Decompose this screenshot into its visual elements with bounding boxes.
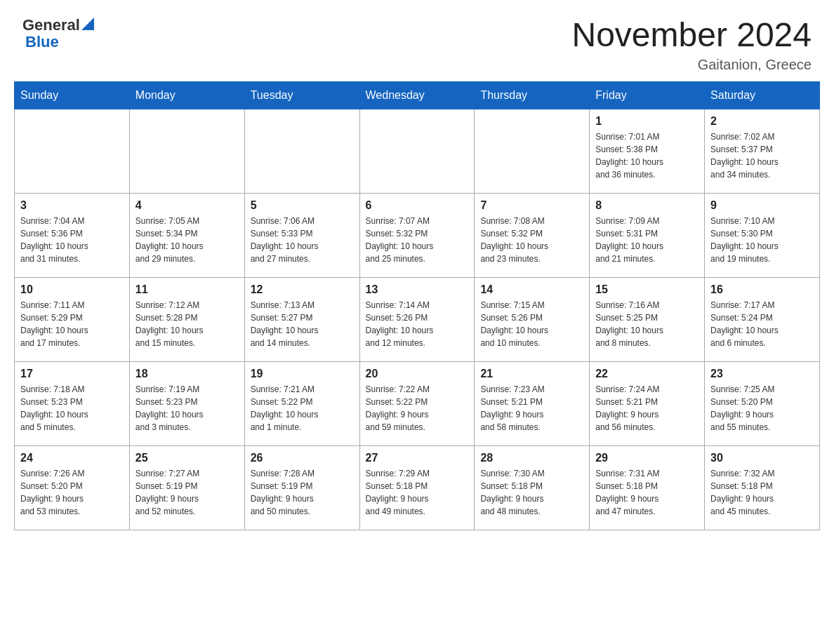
week-row-4: 24Sunrise: 7:26 AM Sunset: 5:20 PM Dayli… bbox=[15, 445, 820, 530]
week-row-2: 10Sunrise: 7:11 AM Sunset: 5:29 PM Dayli… bbox=[15, 277, 820, 361]
calendar-cell bbox=[129, 109, 244, 193]
calendar-cell: 14Sunrise: 7:15 AM Sunset: 5:26 PM Dayli… bbox=[475, 277, 590, 361]
day-number: 20 bbox=[366, 368, 469, 380]
day-info: Sunrise: 7:01 AM Sunset: 5:38 PM Dayligh… bbox=[595, 130, 699, 181]
day-info: Sunrise: 7:13 AM Sunset: 5:27 PM Dayligh… bbox=[251, 299, 354, 349]
calendar-cell: 12Sunrise: 7:13 AM Sunset: 5:27 PM Dayli… bbox=[244, 277, 359, 361]
day-number: 1 bbox=[595, 115, 699, 128]
day-info: Sunrise: 7:08 AM Sunset: 5:32 PM Dayligh… bbox=[480, 215, 583, 265]
day-number: 25 bbox=[135, 452, 239, 464]
day-number: 17 bbox=[20, 368, 124, 380]
calendar-cell: 30Sunrise: 7:32 AM Sunset: 5:18 PM Dayli… bbox=[705, 445, 820, 530]
month-year-title: November 2024 bbox=[571, 17, 812, 54]
day-number: 18 bbox=[135, 368, 239, 380]
calendar-cell bbox=[475, 109, 590, 193]
day-info: Sunrise: 7:28 AM Sunset: 5:19 PM Dayligh… bbox=[251, 467, 354, 518]
day-number: 7 bbox=[480, 199, 583, 212]
day-info: Sunrise: 7:02 AM Sunset: 5:37 PM Dayligh… bbox=[710, 130, 814, 181]
weekday-header-saturday: Saturday bbox=[705, 81, 820, 109]
location-subtitle: Gaitanion, Greece bbox=[571, 57, 812, 73]
calendar-cell: 23Sunrise: 7:25 AM Sunset: 5:20 PM Dayli… bbox=[705, 361, 820, 445]
svg-marker-0 bbox=[81, 18, 94, 30]
calendar-cell: 4Sunrise: 7:05 AM Sunset: 5:34 PM Daylig… bbox=[129, 193, 244, 277]
day-number: 27 bbox=[366, 452, 469, 464]
calendar-cell: 8Sunrise: 7:09 AM Sunset: 5:31 PM Daylig… bbox=[590, 193, 705, 277]
weekday-header-row: SundayMondayTuesdayWednesdayThursdayFrid… bbox=[15, 81, 820, 109]
day-info: Sunrise: 7:12 AM Sunset: 5:28 PM Dayligh… bbox=[135, 299, 239, 349]
day-info: Sunrise: 7:07 AM Sunset: 5:32 PM Dayligh… bbox=[366, 215, 469, 265]
calendar-cell: 7Sunrise: 7:08 AM Sunset: 5:32 PM Daylig… bbox=[475, 193, 590, 277]
day-info: Sunrise: 7:32 AM Sunset: 5:18 PM Dayligh… bbox=[710, 467, 814, 518]
day-info: Sunrise: 7:18 AM Sunset: 5:23 PM Dayligh… bbox=[20, 383, 124, 434]
weekday-header-friday: Friday bbox=[590, 81, 705, 109]
day-info: Sunrise: 7:04 AM Sunset: 5:36 PM Dayligh… bbox=[20, 215, 124, 265]
logo-blue-text: Blue bbox=[25, 33, 59, 51]
calendar-cell: 16Sunrise: 7:17 AM Sunset: 5:24 PM Dayli… bbox=[705, 277, 820, 361]
calendar-cell: 10Sunrise: 7:11 AM Sunset: 5:29 PM Dayli… bbox=[15, 277, 130, 361]
calendar-cell: 27Sunrise: 7:29 AM Sunset: 5:18 PM Dayli… bbox=[359, 445, 475, 530]
day-info: Sunrise: 7:11 AM Sunset: 5:29 PM Dayligh… bbox=[20, 299, 124, 349]
day-info: Sunrise: 7:14 AM Sunset: 5:26 PM Dayligh… bbox=[366, 299, 469, 349]
day-info: Sunrise: 7:27 AM Sunset: 5:19 PM Dayligh… bbox=[135, 467, 239, 518]
day-info: Sunrise: 7:10 AM Sunset: 5:30 PM Dayligh… bbox=[710, 215, 814, 265]
logo-general-text: General bbox=[22, 17, 80, 34]
calendar-cell: 9Sunrise: 7:10 AM Sunset: 5:30 PM Daylig… bbox=[705, 193, 820, 277]
weekday-header-monday: Monday bbox=[129, 81, 244, 109]
day-info: Sunrise: 7:19 AM Sunset: 5:23 PM Dayligh… bbox=[135, 383, 239, 434]
day-number: 14 bbox=[480, 283, 583, 296]
calendar-cell: 13Sunrise: 7:14 AM Sunset: 5:26 PM Dayli… bbox=[359, 277, 475, 361]
calendar-cell: 21Sunrise: 7:23 AM Sunset: 5:21 PM Dayli… bbox=[475, 361, 590, 445]
day-number: 23 bbox=[710, 368, 814, 380]
calendar-cell: 26Sunrise: 7:28 AM Sunset: 5:19 PM Dayli… bbox=[244, 445, 359, 530]
week-row-1: 3Sunrise: 7:04 AM Sunset: 5:36 PM Daylig… bbox=[15, 193, 820, 277]
day-info: Sunrise: 7:05 AM Sunset: 5:34 PM Dayligh… bbox=[135, 215, 239, 265]
calendar-cell: 5Sunrise: 7:06 AM Sunset: 5:33 PM Daylig… bbox=[244, 193, 359, 277]
day-info: Sunrise: 7:26 AM Sunset: 5:20 PM Dayligh… bbox=[20, 467, 124, 518]
week-row-3: 17Sunrise: 7:18 AM Sunset: 5:23 PM Dayli… bbox=[15, 361, 820, 445]
day-number: 19 bbox=[251, 368, 354, 380]
day-info: Sunrise: 7:15 AM Sunset: 5:26 PM Dayligh… bbox=[480, 299, 583, 349]
day-number: 4 bbox=[135, 199, 239, 212]
day-info: Sunrise: 7:22 AM Sunset: 5:22 PM Dayligh… bbox=[366, 383, 469, 434]
day-number: 26 bbox=[251, 452, 354, 464]
day-number: 16 bbox=[710, 283, 814, 296]
day-info: Sunrise: 7:23 AM Sunset: 5:21 PM Dayligh… bbox=[480, 383, 583, 434]
day-info: Sunrise: 7:30 AM Sunset: 5:18 PM Dayligh… bbox=[480, 467, 583, 518]
calendar-cell bbox=[244, 109, 359, 193]
day-info: Sunrise: 7:06 AM Sunset: 5:33 PM Dayligh… bbox=[251, 215, 354, 265]
calendar-cell bbox=[15, 109, 130, 193]
day-number: 3 bbox=[20, 199, 124, 212]
day-number: 24 bbox=[20, 452, 124, 464]
weekday-header-sunday: Sunday bbox=[15, 81, 130, 109]
weekday-header-wednesday: Wednesday bbox=[359, 81, 475, 109]
day-number: 5 bbox=[251, 199, 354, 212]
day-info: Sunrise: 7:09 AM Sunset: 5:31 PM Dayligh… bbox=[595, 215, 699, 265]
day-info: Sunrise: 7:25 AM Sunset: 5:20 PM Dayligh… bbox=[710, 383, 814, 434]
day-number: 11 bbox=[135, 283, 239, 296]
calendar-cell: 6Sunrise: 7:07 AM Sunset: 5:32 PM Daylig… bbox=[359, 193, 475, 277]
day-number: 8 bbox=[595, 199, 699, 212]
calendar-cell: 28Sunrise: 7:30 AM Sunset: 5:18 PM Dayli… bbox=[475, 445, 590, 530]
day-number: 2 bbox=[710, 115, 814, 128]
calendar-cell: 11Sunrise: 7:12 AM Sunset: 5:28 PM Dayli… bbox=[129, 277, 244, 361]
day-info: Sunrise: 7:29 AM Sunset: 5:18 PM Dayligh… bbox=[366, 467, 469, 518]
day-number: 21 bbox=[480, 368, 583, 380]
calendar-cell bbox=[359, 109, 475, 193]
page-header: General Blue November 2024 Gaitanion, Gr… bbox=[0, 0, 834, 81]
day-number: 13 bbox=[366, 283, 469, 296]
day-number: 15 bbox=[595, 283, 699, 296]
calendar-cell: 25Sunrise: 7:27 AM Sunset: 5:19 PM Dayli… bbox=[129, 445, 244, 530]
calendar-cell: 1Sunrise: 7:01 AM Sunset: 5:38 PM Daylig… bbox=[590, 109, 705, 193]
day-info: Sunrise: 7:17 AM Sunset: 5:24 PM Dayligh… bbox=[710, 299, 814, 349]
day-number: 30 bbox=[710, 452, 814, 464]
title-block: November 2024 Gaitanion, Greece bbox=[571, 17, 812, 73]
day-number: 10 bbox=[20, 283, 124, 296]
calendar-cell: 29Sunrise: 7:31 AM Sunset: 5:18 PM Dayli… bbox=[590, 445, 705, 530]
calendar-cell: 20Sunrise: 7:22 AM Sunset: 5:22 PM Dayli… bbox=[359, 361, 475, 445]
day-number: 6 bbox=[366, 199, 469, 212]
day-number: 12 bbox=[251, 283, 354, 296]
calendar-cell: 15Sunrise: 7:16 AM Sunset: 5:25 PM Dayli… bbox=[590, 277, 705, 361]
calendar-cell: 3Sunrise: 7:04 AM Sunset: 5:36 PM Daylig… bbox=[15, 193, 130, 277]
day-info: Sunrise: 7:31 AM Sunset: 5:18 PM Dayligh… bbox=[595, 467, 699, 518]
day-number: 28 bbox=[480, 452, 583, 464]
